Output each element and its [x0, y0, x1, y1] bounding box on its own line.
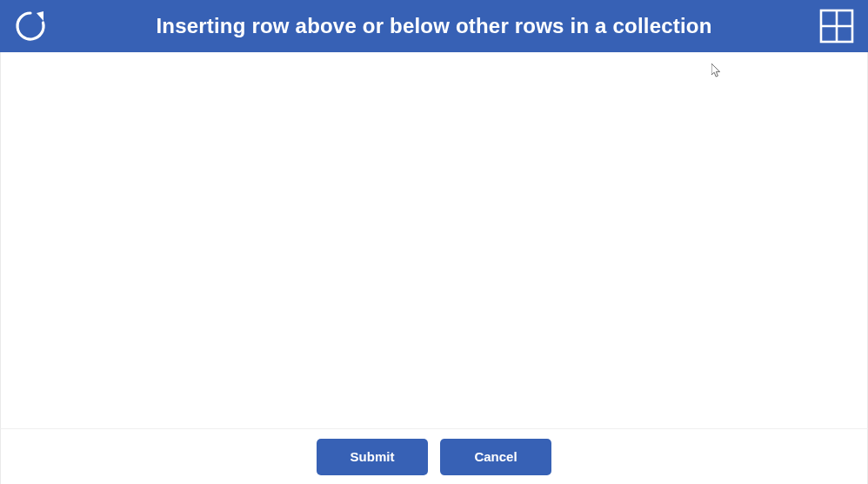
page-title: Inserting row above or below other rows …	[64, 14, 804, 38]
header-left	[12, 8, 64, 44]
header-right	[804, 7, 856, 45]
add-cell-icon	[818, 7, 856, 45]
refresh-icon	[12, 8, 49, 44]
footer-bar: Submit Cancel	[0, 428, 868, 484]
refresh-button[interactable]	[12, 8, 49, 44]
cancel-button[interactable]: Cancel	[440, 439, 551, 475]
submit-button[interactable]: Submit	[317, 439, 428, 475]
header-bar: Inserting row above or below other rows …	[0, 0, 868, 52]
content-area	[0, 52, 868, 428]
add-cell-button[interactable]	[818, 7, 856, 45]
app-frame: Inserting row above or below other rows …	[0, 0, 868, 484]
